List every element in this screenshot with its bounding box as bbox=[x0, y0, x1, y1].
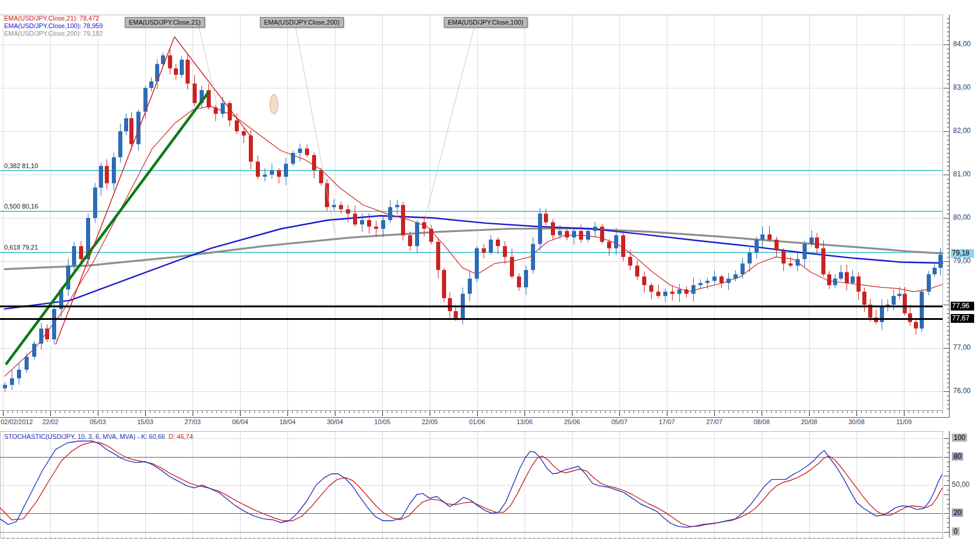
fib-500-label: 0,500 80,16 bbox=[4, 203, 38, 210]
y-axis-label: 83,00 bbox=[953, 83, 971, 91]
x-axis-label: 05/07 bbox=[611, 418, 628, 425]
y-axis-label: 84,00 bbox=[953, 40, 971, 48]
stoch-axis-label: 100 bbox=[952, 434, 967, 442]
x-axis-label: 30/04 bbox=[327, 418, 343, 425]
ema200-flag[interactable]: EMA(USD/JPY.Close,200) bbox=[260, 17, 344, 28]
x-axis-label: 08/08 bbox=[753, 418, 770, 425]
x-axis-label: 10/05 bbox=[374, 418, 390, 425]
stoch-axis-label: 20 bbox=[952, 509, 963, 517]
ema100-flag[interactable]: EMA(USD/JPY.Close,100) bbox=[444, 17, 527, 28]
stochastic-d-value: D: 46,74 bbox=[169, 433, 193, 440]
trading-chart-window: EMA(USD/JPY.Close,21): 78,472 EMA(USD/JP… bbox=[0, 0, 980, 539]
support-7767-marker: 77,67 bbox=[951, 314, 974, 323]
x-axis-label: 06/04 bbox=[232, 418, 248, 425]
x-axis-label: 02/02/2012 bbox=[1, 418, 33, 425]
x-axis-label: 11/09 bbox=[896, 418, 912, 425]
x-axis-label: 01/06 bbox=[469, 418, 485, 425]
fib-618-label: 0,618 79,21 bbox=[4, 244, 38, 251]
stoch-axis-label: 50,00 bbox=[952, 480, 969, 489]
y-axis-label: 77,00 bbox=[953, 343, 971, 352]
y-axis-label: 79,00 bbox=[953, 257, 971, 265]
ema21-flag[interactable]: EMA(USD/JPY.Close,21) bbox=[125, 17, 205, 28]
y-axis-label: 76,00 bbox=[953, 387, 971, 395]
legend-ema100: EMA(USD/JPY.Close,100): 78,959 bbox=[4, 22, 103, 30]
price-chart-canvas[interactable] bbox=[0, 0, 980, 539]
x-axis-label: 27/07 bbox=[706, 418, 722, 425]
support-7796-marker: 77,96 bbox=[951, 302, 974, 311]
x-axis-label: 20/08 bbox=[801, 418, 817, 425]
legend-ema21: EMA(USD/JPY.Close,21): 78,472 bbox=[4, 15, 99, 22]
x-axis-label: 22/05 bbox=[422, 418, 438, 425]
legend-ema200: EMA(USD/JPY.Close,200): 79,182 bbox=[4, 30, 103, 37]
y-axis-label: 82,00 bbox=[953, 127, 971, 135]
x-axis-label: 17/07 bbox=[659, 418, 675, 425]
y-axis-label: 81,00 bbox=[953, 170, 971, 178]
stoch-axis-label: 0 bbox=[952, 527, 960, 535]
x-axis-label: 30/08 bbox=[848, 418, 865, 425]
x-axis-label: 25/06 bbox=[564, 418, 580, 425]
x-axis-label: 27/03 bbox=[184, 418, 201, 425]
x-axis-label: 18/04 bbox=[279, 418, 296, 425]
stochastic-k-value: K: 60,66 bbox=[141, 433, 165, 440]
stoch-axis-label: 80 bbox=[952, 452, 963, 460]
x-axis-label: 22/02 bbox=[42, 418, 59, 425]
stochastic-label: STOCHASTIC(USD/JPY, 10, 3, 6, MVA, MVA) … bbox=[4, 433, 141, 440]
stochastic-legend: STOCHASTIC(USD/JPY, 10, 3, 6, MVA, MVA) … bbox=[4, 433, 193, 440]
y-axis-label: 80,00 bbox=[953, 213, 971, 221]
fib-382-label: 0,382 81,10 bbox=[4, 162, 38, 169]
x-axis-label: 05/03 bbox=[90, 418, 106, 425]
x-axis-label: 15/03 bbox=[137, 418, 153, 425]
x-axis-label: 13/06 bbox=[516, 418, 533, 425]
